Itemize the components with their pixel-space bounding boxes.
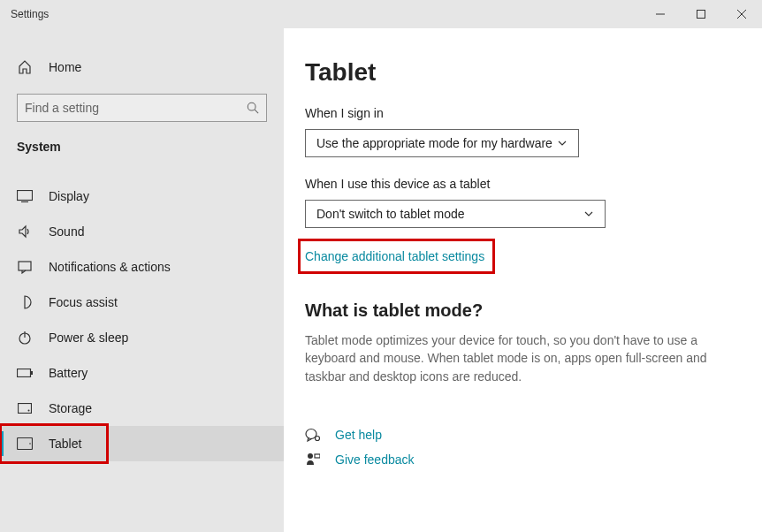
sidebar-item-label: Tablet <box>49 437 81 451</box>
storage-icon <box>17 403 33 414</box>
svg-rect-6 <box>18 191 33 201</box>
sidebar-item-tablet[interactable]: Tablet <box>0 426 284 461</box>
svg-rect-13 <box>19 404 32 414</box>
minimize-icon <box>656 10 665 19</box>
notifications-icon <box>17 260 33 274</box>
svg-rect-11 <box>18 369 31 377</box>
sidebar-item-label: Notifications & actions <box>49 260 171 274</box>
signin-label: When I sign in <box>305 106 727 120</box>
sidebar-item-label: Focus assist <box>49 295 118 309</box>
signin-dropdown[interactable]: Use the appropriate mode for my hardware <box>305 129 579 157</box>
sidebar-item-battery[interactable]: Battery <box>0 355 284 391</box>
sidebar-item-label: Sound <box>49 224 84 239</box>
give-feedback-row[interactable]: Give feedback <box>305 452 727 467</box>
search-field[interactable] <box>25 101 247 115</box>
sidebar-item-notifications[interactable]: Notifications & actions <box>0 249 284 285</box>
device-value: Don't switch to tablet mode <box>316 207 465 221</box>
device-dropdown[interactable]: Don't switch to tablet mode <box>305 200 606 228</box>
chevron-down-icon <box>557 138 568 148</box>
sidebar-item-display[interactable]: Display <box>0 179 284 214</box>
change-settings-link[interactable]: Change additional tablet settings <box>305 247 484 265</box>
section-text: Tablet mode optimizes your device for to… <box>305 331 712 385</box>
close-button[interactable] <box>721 0 762 28</box>
maximize-button[interactable] <box>681 0 721 28</box>
signin-value: Use the appropriate mode for my hardware <box>316 136 552 150</box>
device-label: When I use this device as a tablet <box>305 177 727 191</box>
help-icon <box>305 428 321 442</box>
focus-icon <box>17 295 33 309</box>
close-icon <box>737 10 746 19</box>
category-label: System <box>0 140 284 154</box>
search-icon <box>247 102 259 114</box>
sidebar-item-label: Storage <box>49 401 92 415</box>
window-title: Settings <box>11 8 49 20</box>
minimize-button[interactable] <box>640 0 681 28</box>
battery-icon <box>17 369 33 377</box>
page-title: Tablet <box>305 58 727 87</box>
sidebar-item-label: Power & sleep <box>49 331 128 345</box>
sidebar-item-focus-assist[interactable]: Focus assist <box>0 285 284 320</box>
feedback-icon <box>305 452 321 467</box>
content-area: Tablet When I sign in Use the appropriat… <box>284 28 762 532</box>
titlebar: Settings <box>0 0 762 28</box>
svg-point-4 <box>248 103 255 110</box>
get-help-row[interactable]: Get help <box>305 428 727 442</box>
svg-rect-12 <box>31 371 33 375</box>
home-label: Home <box>49 60 81 74</box>
section-heading: What is tablet mode? <box>305 300 727 321</box>
home-nav[interactable]: Home <box>0 53 284 81</box>
sound-icon <box>17 224 33 239</box>
sidebar-item-label: Display <box>49 189 89 203</box>
sidebar: Home System Display Sound Notifi <box>0 28 284 532</box>
svg-line-5 <box>255 110 258 113</box>
chevron-down-icon <box>583 209 594 219</box>
window-controls <box>640 0 762 28</box>
display-icon <box>17 190 33 202</box>
sidebar-item-power-sleep[interactable]: Power & sleep <box>0 320 284 355</box>
sidebar-item-label: Battery <box>49 366 88 380</box>
svg-point-18 <box>316 436 320 440</box>
svg-point-14 <box>28 410 30 412</box>
home-icon <box>17 60 33 74</box>
maximize-icon <box>697 10 705 19</box>
sidebar-item-storage[interactable]: Storage <box>0 391 284 426</box>
power-icon <box>17 331 33 345</box>
svg-point-16 <box>29 443 31 445</box>
tablet-icon <box>17 437 33 450</box>
search-input[interactable] <box>17 94 267 122</box>
svg-rect-20 <box>315 454 320 458</box>
svg-rect-8 <box>19 262 31 270</box>
get-help-link[interactable]: Get help <box>335 428 382 442</box>
sidebar-item-sound[interactable]: Sound <box>0 214 284 249</box>
give-feedback-link[interactable]: Give feedback <box>335 452 415 467</box>
svg-point-19 <box>308 453 313 459</box>
svg-rect-1 <box>697 11 705 19</box>
